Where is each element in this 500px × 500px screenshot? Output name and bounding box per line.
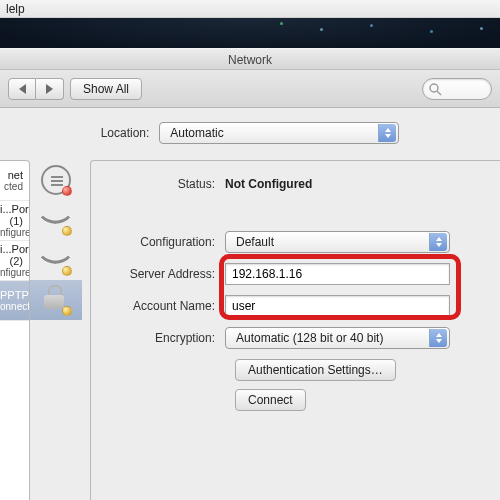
- configuration-label: Configuration:: [101, 235, 225, 249]
- location-label: Location:: [101, 126, 150, 140]
- configuration-select[interactable]: Default: [225, 231, 450, 253]
- chevron-left-icon: [19, 84, 26, 94]
- select-arrows-icon: [429, 233, 447, 251]
- location-select[interactable]: Automatic: [159, 122, 399, 144]
- status-dot-yellow: [62, 306, 72, 316]
- encryption-value: Automatic (128 bit or 40 bit): [236, 331, 383, 345]
- select-arrows-icon: [429, 329, 447, 347]
- service-status: nfigured: [0, 267, 23, 279]
- encryption-select[interactable]: Automatic (128 bit or 40 bit): [225, 327, 450, 349]
- service-list[interactable]: net cted i...Port (1) nfigured i...Port …: [0, 160, 30, 500]
- menu-help[interactable]: lelp: [6, 2, 25, 16]
- service-status: nfigured: [0, 227, 23, 239]
- show-all-button[interactable]: Show All: [70, 78, 142, 100]
- service-status: cted: [0, 181, 23, 193]
- chevron-right-icon: [46, 84, 53, 94]
- account-name-label: Account Name:: [101, 299, 225, 313]
- service-name: i...Port (2): [0, 243, 23, 267]
- account-name-input[interactable]: [225, 295, 450, 317]
- location-row: Location: Automatic: [0, 108, 500, 160]
- forward-button[interactable]: [36, 78, 64, 100]
- svg-point-0: [430, 84, 438, 92]
- menubar: lelp: [0, 0, 500, 18]
- status-dot-yellow: [62, 266, 72, 276]
- service-icon-ethernet: [30, 160, 82, 200]
- back-button[interactable]: [8, 78, 36, 100]
- service-name: net: [0, 169, 23, 181]
- svg-line-1: [437, 91, 441, 95]
- service-icon-vpn: [30, 280, 82, 320]
- service-name: i...Port (1): [0, 203, 23, 227]
- configuration-value: Default: [236, 235, 274, 249]
- toolbar: Show All: [0, 70, 500, 108]
- service-item-vpn-pptp[interactable]: PPTP) onnected: [0, 281, 29, 321]
- service-icon-port2: [30, 240, 82, 280]
- service-item-port1[interactable]: i...Port (1) nfigured: [0, 201, 29, 241]
- connect-button[interactable]: Connect: [235, 389, 306, 411]
- details-panel: Status: Not Configured Configuration: De…: [90, 160, 500, 500]
- search-icon: [428, 82, 442, 96]
- content: Location: Automatic net cted i...Port (1…: [0, 108, 500, 500]
- service-icon-port1: [30, 200, 82, 240]
- status-dot-yellow: [62, 226, 72, 236]
- window-titlebar: Network: [0, 48, 500, 70]
- search-field-container: [422, 78, 492, 100]
- status-dot-red: [62, 186, 72, 196]
- encryption-label: Encryption:: [101, 331, 225, 345]
- service-status: onnected: [0, 301, 23, 313]
- status-value: Not Configured: [225, 177, 490, 191]
- select-arrows-icon: [378, 124, 396, 142]
- authentication-settings-button[interactable]: Authentication Settings…: [235, 359, 396, 381]
- split-pane: net cted i...Port (1) nfigured i...Port …: [0, 160, 500, 500]
- desktop-background: [0, 18, 500, 48]
- status-label: Status:: [101, 177, 225, 191]
- service-item-port2[interactable]: i...Port (2) nfigured: [0, 241, 29, 281]
- location-value: Automatic: [170, 126, 223, 140]
- server-address-label: Server Address:: [101, 267, 225, 281]
- service-item-ethernet[interactable]: net cted: [0, 161, 29, 201]
- service-icons: [30, 160, 82, 500]
- service-name: PPTP): [0, 289, 23, 301]
- nav-buttons: [8, 78, 64, 100]
- server-address-input[interactable]: [225, 263, 450, 285]
- window-title: Network: [228, 53, 272, 67]
